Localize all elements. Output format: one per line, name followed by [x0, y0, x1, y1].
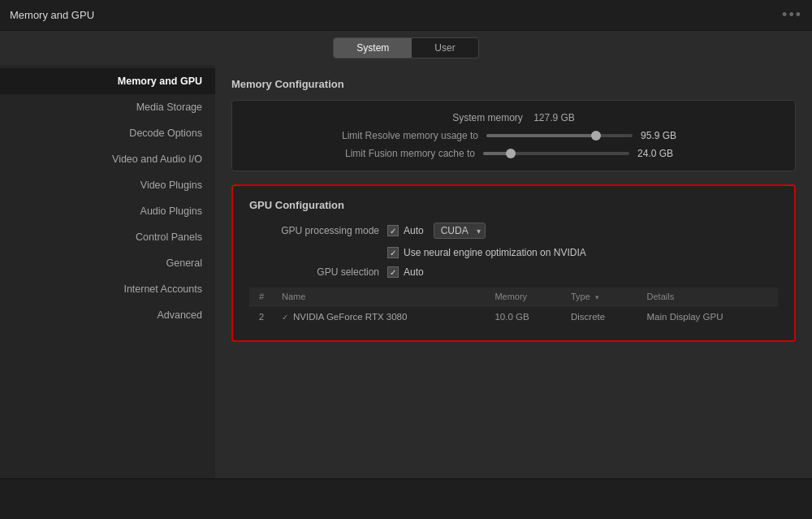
memory-config-box: System memory 127.9 GB Limit Resolve mem… — [231, 100, 796, 171]
limit-fusion-value: 24.0 GB — [637, 148, 682, 159]
limit-resolve-value: 95.9 GB — [641, 130, 685, 141]
gpu-selection-row: GPU selection Auto — [249, 266, 778, 278]
sidebar: Memory and GPU Media Storage Decode Opti… — [0, 65, 215, 478]
tab-group: System User — [333, 37, 478, 58]
limit-resolve-slider[interactable] — [486, 134, 633, 137]
title-bar: Memory and GPU ••• — [0, 0, 812, 31]
gpu-table: # Name Memory Type ▾ Details 2 — [249, 288, 778, 327]
gpu-row-memory: 10.0 GB — [486, 306, 563, 328]
content-area: Memory and GPU Media Storage Decode Opti… — [0, 65, 812, 478]
system-memory-row: System memory 127.9 GB — [248, 112, 779, 123]
limit-resolve-label: Limit Resolve memory usage to — [342, 130, 478, 141]
gpu-selection-value: Auto — [404, 266, 424, 278]
gpu-row-check: ✓ — [282, 313, 288, 322]
gpu-selection-label: GPU selection — [249, 266, 387, 278]
main-window: Memory and GPU ••• System User Memory an… — [0, 0, 812, 519]
gpu-config-box: GPU Configuration GPU processing mode Au… — [231, 184, 796, 342]
gpu-section-title: GPU Configuration — [249, 199, 778, 211]
gpu-row-num: 2 — [249, 306, 274, 328]
gpu-row-name: ✓ NVIDIA GeForce RTX 3080 — [274, 306, 486, 327]
gpu-processing-mode-checkbox[interactable] — [387, 225, 399, 236]
window-menu-dots[interactable]: ••• — [782, 6, 802, 24]
main-content: Memory Configuration System memory 127.9… — [215, 65, 812, 478]
type-sort-icon: ▾ — [595, 293, 599, 301]
limit-resolve-row: Limit Resolve memory usage to 95.9 GB — [248, 130, 779, 141]
limit-fusion-label: Limit Fusion memory cache to — [345, 148, 475, 159]
gpu-col-type: Type ▾ — [563, 288, 639, 306]
limit-fusion-slider[interactable] — [483, 152, 629, 155]
gpu-row-details: Main Display GPU — [639, 306, 778, 328]
tab-user[interactable]: User — [412, 38, 477, 58]
sidebar-item-internet-accounts[interactable]: Internet Accounts — [0, 276, 215, 302]
sidebar-item-control-panels[interactable]: Control Panels — [0, 224, 215, 250]
sidebar-item-media-storage[interactable]: Media Storage — [0, 94, 215, 120]
gpu-selection-checkbox[interactable] — [387, 266, 399, 278]
gpu-processing-mode-value: Auto — [404, 225, 424, 236]
neural-engine-row: Use neural engine optimization on NVIDIA — [249, 247, 778, 258]
gpu-col-memory: Memory — [486, 288, 563, 306]
gpu-processing-mode-dropdown[interactable]: CUDA — [434, 223, 486, 239]
gpu-col-num: # — [249, 288, 274, 306]
memory-section-title: Memory Configuration — [231, 78, 796, 90]
gpu-col-details: Details — [639, 288, 778, 306]
neural-engine-checkbox-wrap: Use neural engine optimization on NVIDIA — [387, 247, 586, 258]
gpu-row-type: Discrete — [563, 306, 639, 328]
gpu-selection-checkbox-wrap: Auto — [387, 266, 424, 278]
sidebar-item-video-audio-io[interactable]: Video and Audio I/O — [0, 146, 215, 172]
sidebar-item-audio-plugins[interactable]: Audio Plugins — [0, 198, 215, 224]
sidebar-item-general[interactable]: General — [0, 250, 215, 276]
sidebar-item-memory-gpu[interactable]: Memory and GPU — [0, 68, 215, 94]
neural-engine-label: Use neural engine optimization on NVIDIA — [404, 247, 586, 258]
gpu-table-row: 2 ✓ NVIDIA GeForce RTX 3080 10.0 GB Disc… — [249, 306, 778, 328]
system-memory-label: System memory 127.9 GB — [248, 112, 779, 123]
sidebar-item-video-plugins[interactable]: Video Plugins — [0, 172, 215, 198]
bottom-bar — [0, 478, 812, 519]
sidebar-item-decode-options[interactable]: Decode Options — [0, 120, 215, 146]
gpu-processing-mode-label: GPU processing mode — [249, 225, 387, 236]
window-title: Memory and GPU — [10, 9, 94, 21]
tab-system[interactable]: System — [334, 38, 412, 58]
tab-bar: System User — [0, 31, 812, 65]
gpu-processing-mode-row: GPU processing mode Auto CUDA — [249, 223, 778, 239]
gpu-col-name: Name — [274, 288, 486, 306]
neural-engine-checkbox[interactable] — [387, 247, 399, 258]
gpu-processing-mode-checkbox-wrap: Auto CUDA — [387, 223, 486, 239]
limit-fusion-row: Limit Fusion memory cache to 24.0 GB — [248, 148, 779, 159]
sidebar-item-advanced[interactable]: Advanced — [0, 302, 215, 328]
